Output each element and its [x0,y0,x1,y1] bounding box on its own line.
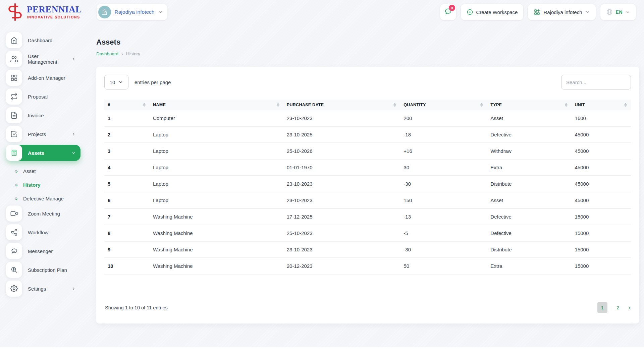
chevron-down-icon [585,10,590,14]
cell-type: Distribute [487,176,571,192]
history-table: # NAME PURCHASE DATE QUANTITY TYPE UNIT … [104,100,631,275]
sort-icons [393,103,397,107]
language-selector[interactable]: EN [600,4,636,20]
cell-name: Laptop [150,126,283,143]
messenger-notification-button[interactable]: 0 [440,4,456,20]
cell-num: 10 [104,258,150,274]
messenger-icon [6,243,22,259]
sidebar-item-projects[interactable]: Projects [6,126,80,142]
chevron-down-icon [626,10,630,14]
chevron-right-icon [71,132,76,136]
cell-name: Laptop [150,192,283,208]
sort-icons [277,103,280,107]
sidebar-subitem-history[interactable]: History [6,178,80,192]
cell-num: 4 [104,159,150,176]
cell-purchase-date: 23-10-2025 [283,126,400,143]
cell-quantity: 200 [400,110,487,126]
column-header-type[interactable]: TYPE [487,100,571,110]
cell-name: Washing Machine [150,208,283,225]
swap-icon [6,88,22,105]
workspace-selector-label: Rajodiya infotech [115,9,155,15]
cell-num: 6 [104,192,150,208]
brand-logo[interactable]: PERENNIAL INNOVATIVE SOLUTIONS [6,3,82,21]
cell-quantity: -30 [400,241,487,258]
sidebar-item-workflow[interactable]: Workflow [6,224,80,240]
column-header-unit[interactable]: UNIT [572,100,631,110]
sidebar-subitem-defective-manage[interactable]: Defective Manage [6,192,80,205]
table-footer: Showing 1 to 10 of 11 entries 12› [104,296,631,319]
table-row: 2Laptop23-10-2025-18Defective45000 [104,126,631,143]
sidebar-item-settings[interactable]: Settings [6,281,80,297]
table-row: 8Washing Machine25-10-2023-5Defective150… [104,225,631,241]
sidebar-item-messenger[interactable]: Messenger [6,243,80,259]
breadcrumb-link-dashboard[interactable]: Dashboard [96,51,118,56]
brand-name: PERENNIAL [27,5,82,14]
column-header-quantity[interactable]: QUANTITY [400,100,487,110]
table-header-row: # NAME PURCHASE DATE QUANTITY TYPE UNIT [104,100,631,110]
cell-unit: 15000 [572,225,631,241]
cell-name: Computer [150,110,283,126]
sidebar-item-zoom-meeting[interactable]: Zoom Meeting [6,205,80,222]
cell-type: Withdraw [487,143,571,159]
workspace-menu-label: Rajodiya infotech [543,9,582,15]
sidebar-nav: Dashboard User Management Add-on Manager… [0,24,86,299]
next-page-button[interactable]: › [628,304,630,311]
cell-num: 8 [104,225,150,241]
table-controls: 10 entries per page [104,75,631,89]
brand-tagline: INNOVATIVE SOLUTIONS [27,15,82,19]
cell-quantity: 30 [400,159,487,176]
sidebar-item-add-on-manager[interactable]: Add-on Manager [6,70,80,86]
sidebar-item-user-management[interactable]: User Management [6,51,80,67]
cell-quantity: +16 [400,143,487,159]
workspace-grid-icon [534,9,540,15]
sidebar-item-assets[interactable]: Assets [6,145,80,161]
workspace-selector[interactable]: Rajodiya infotech [97,4,168,20]
page-title: Assets [96,38,639,47]
cell-type: Asset [487,192,571,208]
breadcrumb-separator-icon: › [121,51,123,56]
search-input[interactable] [561,75,631,89]
cell-quantity: -18 [400,126,487,143]
cell-quantity: 50 [400,258,487,274]
cell-name: Laptop [150,159,283,176]
cell-purchase-date: 25-10-2023 [283,225,400,241]
sidebar-subitem-asset[interactable]: Asset [6,164,80,178]
page-size-select[interactable]: 10 [104,75,128,89]
search-dollar-icon [6,262,22,278]
workspace-menu-button[interactable]: Rajodiya infotech [528,4,595,20]
cell-unit: 45000 [572,176,631,192]
history-table-card: 10 entries per page # NAME PURCHASE DATE… [96,67,639,323]
cell-name: Washing Machine [150,225,283,241]
sort-icons [143,103,146,107]
column-header-name[interactable]: NAME [150,100,283,110]
pagination: 12› [597,302,630,313]
cell-purchase-date: 25-10-2026 [283,143,400,159]
table-row: 7Washing Machine17-12-2025-13Defective15… [104,208,631,225]
sidebar-item-subscription-plan[interactable]: Subscription Plan [6,262,80,278]
cell-num: 2 [104,126,150,143]
brand-logo-mark-icon [6,3,24,21]
circle-bullet-icon [14,169,18,173]
showing-entries-summary: Showing 1 to 10 of 11 entries [105,305,168,310]
cell-type: Defective [487,208,571,225]
page-1-button[interactable]: 1 [597,302,607,313]
main-content: Assets Dashboard › History 10 entries pe… [86,24,644,323]
page-2-button[interactable]: 2 [613,302,623,313]
column-header-num[interactable]: # [104,100,150,110]
column-header-purchase-date[interactable]: PURCHASE DATE [283,100,400,110]
globe-icon [606,9,613,15]
cell-name: Laptop [150,176,283,192]
chevron-right-icon [71,287,76,291]
cell-type: Extra [487,258,571,274]
cell-name: Washing Machine [150,241,283,258]
cell-type: Defective [487,225,571,241]
cell-purchase-date: 23-10-2023 [283,241,400,258]
sidebar-item-proposal[interactable]: Proposal [6,88,80,105]
sidebar-item-invoice[interactable]: Invoice [6,107,80,123]
table-row: 9Washing Machine23-10-2023-30Distribute1… [104,241,631,258]
cell-quantity: -5 [400,225,487,241]
create-workspace-button[interactable]: Create Workspace [461,4,524,20]
cell-purchase-date: 23-10-2023 [283,176,400,192]
cell-type: Defective [487,126,571,143]
sidebar-item-dashboard[interactable]: Dashboard [6,32,80,48]
